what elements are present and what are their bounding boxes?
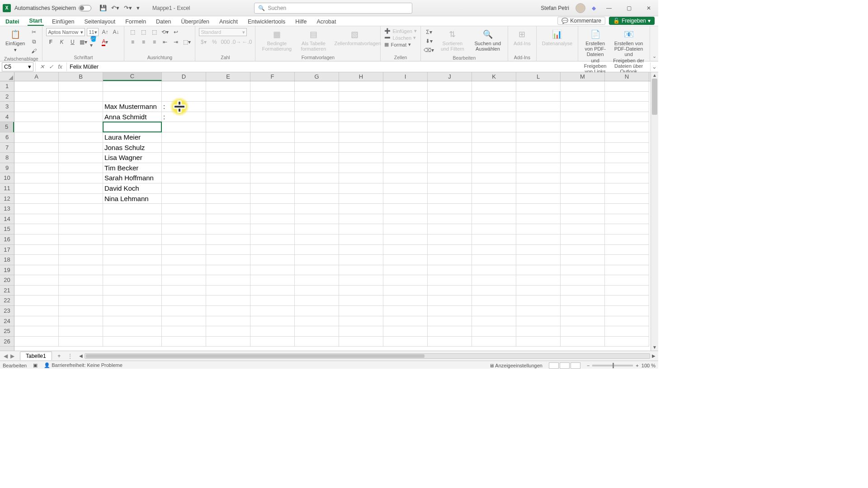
cell-D16[interactable] xyxy=(162,235,206,245)
cell-E19[interactable] xyxy=(206,265,250,276)
cell-M5[interactable] xyxy=(561,122,605,132)
cell-G24[interactable] xyxy=(295,316,339,327)
cell-I6[interactable] xyxy=(383,132,428,143)
cell-F2[interactable] xyxy=(250,92,295,102)
cell-D6[interactable] xyxy=(162,132,206,143)
cell-C13[interactable] xyxy=(103,204,162,214)
cell-I24[interactable] xyxy=(383,316,428,327)
cell-N13[interactable] xyxy=(605,204,649,214)
cell-K9[interactable] xyxy=(472,163,516,174)
cell-G11[interactable] xyxy=(295,183,339,194)
cell-I21[interactable] xyxy=(383,286,428,296)
hscroll-thumb[interactable] xyxy=(86,354,425,358)
align-center-icon[interactable]: ≡ xyxy=(139,38,148,46)
cell-A1[interactable] xyxy=(14,81,59,92)
cell-D21[interactable] xyxy=(162,286,206,296)
row-header-25[interactable]: 25 xyxy=(0,326,14,337)
cell-L1[interactable] xyxy=(516,81,561,92)
cell-G9[interactable] xyxy=(295,163,339,174)
cell-D5[interactable] xyxy=(162,122,206,132)
cell-B14[interactable] xyxy=(59,214,103,225)
tab-daten[interactable]: Daten xyxy=(154,18,173,26)
cell-H25[interactable] xyxy=(339,326,383,337)
cell-J13[interactable] xyxy=(428,204,472,214)
cell-L11[interactable] xyxy=(516,183,561,194)
cell-A6[interactable] xyxy=(14,132,59,143)
font-size-combo[interactable]: 11▾ xyxy=(87,28,99,36)
collapse-ribbon-icon[interactable]: ⌄ xyxy=(650,53,658,61)
row-header-9[interactable]: 9 xyxy=(0,163,14,174)
cell-H19[interactable] xyxy=(339,265,383,276)
cell-A23[interactable] xyxy=(14,306,59,316)
cell-E7[interactable] xyxy=(206,143,250,153)
col-header-L[interactable]: L xyxy=(516,72,561,81)
cell-L20[interactable] xyxy=(516,275,561,286)
cell-N5[interactable] xyxy=(605,122,649,132)
cell-L26[interactable] xyxy=(516,337,561,347)
cell-I4[interactable] xyxy=(383,112,428,122)
row-header-20[interactable]: 20 xyxy=(0,275,14,286)
vertical-scrollbar[interactable]: ▲ ▼ xyxy=(651,72,658,351)
cell-M25[interactable] xyxy=(561,326,605,337)
cell-D18[interactable] xyxy=(162,255,206,265)
cell-D19[interactable] xyxy=(162,265,206,276)
cell-C7[interactable]: Jonas Schulz xyxy=(103,143,162,153)
cell-K18[interactable] xyxy=(472,255,516,265)
cell-F22[interactable] xyxy=(250,296,295,306)
cell-M1[interactable] xyxy=(561,81,605,92)
cell-N4[interactable] xyxy=(605,112,649,122)
tab-acrobat[interactable]: Acrobat xyxy=(315,18,338,26)
cell-I18[interactable] xyxy=(383,255,428,265)
cell-H22[interactable] xyxy=(339,296,383,306)
user-name[interactable]: Stefan Petri xyxy=(541,5,569,11)
cancel-edit-icon[interactable]: ✕ xyxy=(38,63,46,70)
cell-K12[interactable] xyxy=(472,194,516,204)
cell-N1[interactable] xyxy=(605,81,649,92)
cell-J19[interactable] xyxy=(428,265,472,276)
cell-M7[interactable] xyxy=(561,143,605,153)
cell-D26[interactable] xyxy=(162,337,206,347)
cell-J21[interactable] xyxy=(428,286,472,296)
align-bottom-icon[interactable]: ⬚ xyxy=(150,28,159,36)
cell-E21[interactable] xyxy=(206,286,250,296)
cell-I3[interactable] xyxy=(383,102,428,112)
cell-J5[interactable] xyxy=(428,122,472,132)
cell-G4[interactable] xyxy=(295,112,339,122)
cell-I20[interactable] xyxy=(383,275,428,286)
zoom-control[interactable]: − + 100 % xyxy=(587,363,656,368)
row-header-5[interactable]: 5 xyxy=(0,122,14,132)
cell-H9[interactable] xyxy=(339,163,383,174)
cell-L16[interactable] xyxy=(516,235,561,245)
cell-M15[interactable] xyxy=(561,224,605,235)
cell-G19[interactable] xyxy=(295,265,339,276)
cell-I12[interactable] xyxy=(383,194,428,204)
close-button[interactable]: ✕ xyxy=(642,1,656,15)
cell-G18[interactable] xyxy=(295,255,339,265)
row-header-15[interactable]: 15 xyxy=(0,224,14,235)
cell-D24[interactable] xyxy=(162,316,206,327)
cell-C2[interactable] xyxy=(103,92,162,102)
cell-C1[interactable] xyxy=(103,81,162,92)
cell-F6[interactable] xyxy=(250,132,295,143)
sheet-next-icon[interactable]: ▶ xyxy=(10,353,14,359)
row-header-1[interactable]: 1 xyxy=(0,81,14,92)
cell-I16[interactable] xyxy=(383,235,428,245)
insert-cells-button[interactable]: ➕Einfügen▾ xyxy=(384,28,416,34)
cell-N16[interactable] xyxy=(605,235,649,245)
maximize-button[interactable]: ▢ xyxy=(622,1,636,15)
cell-G17[interactable] xyxy=(295,245,339,255)
cell-M26[interactable] xyxy=(561,337,605,347)
cell-M24[interactable] xyxy=(561,316,605,327)
fx-icon[interactable]: fx xyxy=(57,64,64,70)
cell-N22[interactable] xyxy=(605,296,649,306)
cell-K7[interactable] xyxy=(472,143,516,153)
cell-H23[interactable] xyxy=(339,306,383,316)
copy-icon[interactable]: ⧉ xyxy=(29,38,38,46)
cell-B22[interactable] xyxy=(59,296,103,306)
cell-B6[interactable] xyxy=(59,132,103,143)
cell-M18[interactable] xyxy=(561,255,605,265)
cell-H3[interactable] xyxy=(339,102,383,112)
cell-E16[interactable] xyxy=(206,235,250,245)
row-header-16[interactable]: 16 xyxy=(0,235,14,245)
cell-M13[interactable] xyxy=(561,204,605,214)
